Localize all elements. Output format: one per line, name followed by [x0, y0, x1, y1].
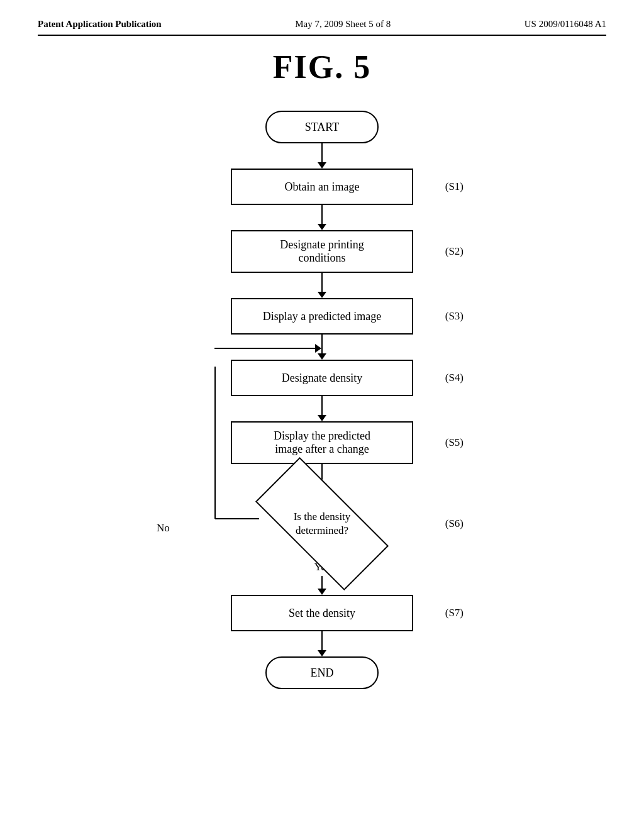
- line: [321, 576, 323, 589]
- arrow: [318, 224, 326, 230]
- step-label-s2: (S2): [445, 245, 464, 258]
- arrow: [318, 650, 326, 656]
- header-right: US 2009/0116048 A1: [525, 19, 606, 30]
- end-node: END: [265, 656, 379, 689]
- arrow: [318, 162, 326, 169]
- step-s6: Is the density determined?: [231, 489, 413, 558]
- line: [321, 396, 323, 415]
- header-center: May 7, 2009 Sheet 5 of 8: [295, 19, 391, 30]
- arrow: [318, 415, 326, 421]
- header-left: Patent Application Publication: [38, 19, 162, 30]
- step-s4: Designate density: [231, 360, 413, 396]
- step-label-s4: (S4): [445, 372, 464, 384]
- line: [321, 273, 323, 292]
- arrow: [318, 589, 326, 595]
- line: [321, 205, 323, 224]
- page-header: Patent Application Publication May 7, 20…: [38, 19, 606, 36]
- step-s1: Obtain an image: [231, 169, 413, 205]
- step-s2: Designate printing conditions: [231, 230, 413, 273]
- figure-title: FIG. 5: [38, 48, 606, 86]
- step-label-s5: (S5): [445, 436, 464, 449]
- connector-s1-s2: [318, 205, 326, 230]
- line: [321, 335, 323, 353]
- step-label-s6: (S6): [445, 517, 464, 530]
- no-label: No: [157, 522, 170, 534]
- page: Patent Application Publication May 7, 20…: [0, 0, 644, 830]
- arrow: [318, 292, 326, 298]
- step-label-s7: (S7): [445, 607, 464, 619]
- step-s5: Display the predicted image after a chan…: [231, 421, 413, 464]
- connector-s7-end: [318, 631, 326, 656]
- step-s7: Set the density: [231, 595, 413, 631]
- connector-s4-s5: [318, 396, 326, 421]
- step-label-s1: (S1): [445, 180, 464, 193]
- connector-start-s1: [318, 143, 326, 169]
- step-s3: Display a predicted image: [231, 298, 413, 335]
- line: [321, 143, 323, 162]
- step-label-s3: (S3): [445, 310, 464, 323]
- arrow: [318, 353, 326, 360]
- start-node: START: [265, 111, 379, 143]
- line: [321, 631, 323, 650]
- flowchart: START Obtain an image (S1) Designate pri…: [38, 111, 606, 689]
- connector-s2-s3: [318, 273, 326, 298]
